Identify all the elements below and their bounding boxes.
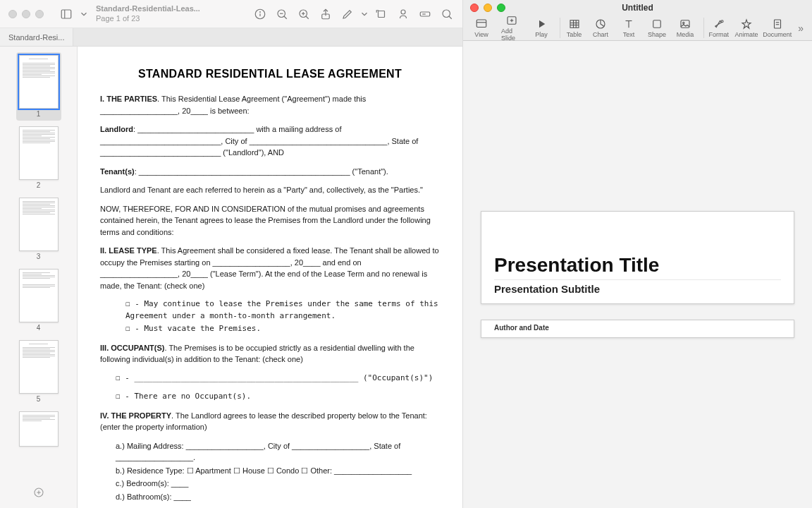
keynote-window: Untitled View Add Slide Play Table Chart… (463, 0, 812, 508)
thumbnail-page-4[interactable]: 4 (16, 266, 61, 334)
zoom-out-button[interactable] (272, 4, 292, 24)
svg-marker-27 (539, 20, 545, 28)
highlight-button[interactable] (393, 4, 413, 24)
info-button[interactable] (250, 4, 270, 24)
svg-marker-40 (742, 20, 751, 28)
thumbnail-number: 2 (37, 181, 41, 189)
zoom-in-button[interactable] (294, 4, 314, 24)
slide-author-text[interactable]: Author and Date (494, 324, 549, 332)
svg-line-18 (449, 16, 452, 19)
thumbnail-page-3[interactable]: 3 (16, 195, 61, 263)
thumbnail-number: 3 (37, 253, 41, 260)
document-button[interactable]: Document (762, 18, 792, 38)
traffic-lights-inactive (6, 10, 44, 18)
maximize-button[interactable] (35, 10, 44, 18)
thumbnail-page-1[interactable]: 1 (16, 52, 61, 121)
svg-rect-28 (570, 20, 579, 28)
traffic-lights-active (463, 4, 505, 12)
media-button[interactable]: Media (672, 18, 698, 38)
svg-line-9 (306, 16, 309, 19)
thumbnail-number: 5 (37, 395, 41, 403)
minimize-button[interactable] (22, 10, 30, 18)
document-filename: Standard-Residential-Leas... (96, 4, 202, 13)
format-button[interactable]: Format (703, 18, 730, 38)
slide-title-block[interactable]: Presentation Title Presentation Subtitle (481, 211, 794, 304)
share-button[interactable] (316, 4, 336, 24)
close-button[interactable] (470, 4, 479, 12)
maximize-button[interactable] (497, 4, 505, 12)
svg-rect-41 (774, 20, 780, 28)
preview-titlebar: Standard-Residential-Leas... Page 1 of 2… (0, 0, 462, 28)
document-body: I. THE PARTIES. This Residential Lease A… (100, 93, 440, 508)
svg-point-14 (401, 10, 405, 14)
preview-window: Standard-Residential-Leas... Page 1 of 2… (0, 0, 463, 508)
shape-button[interactable]: Shape (644, 18, 670, 38)
text-button[interactable]: Text (616, 18, 641, 38)
sidebar-toggle-button[interactable] (56, 4, 76, 24)
document-page[interactable]: STANDARD RESIDENTIAL LEASE AGREEMENT I. … (78, 47, 462, 508)
table-button[interactable]: Table (560, 18, 585, 38)
slide-canvas[interactable]: Presentation Title Presentation Subtitle… (463, 41, 812, 508)
keynote-titlebar: Untitled (463, 0, 812, 16)
thumbnail-number: 4 (37, 324, 41, 332)
toolbar-overflow-button[interactable]: » (795, 23, 806, 34)
slide-author-block[interactable]: Author and Date (481, 320, 794, 338)
svg-rect-36 (653, 20, 661, 28)
thumbnail-number: 1 (37, 110, 41, 118)
markup-button[interactable] (338, 4, 357, 24)
svg-rect-37 (681, 20, 689, 28)
thumbnail-sidebar: 1 2 3 4 5 (0, 47, 78, 508)
markup-menu-chevron[interactable] (359, 4, 369, 24)
svg-point-4 (260, 11, 261, 12)
svg-point-17 (443, 10, 450, 18)
document-page-indicator: Page 1 of 23 (96, 14, 202, 23)
document-heading: STANDARD RESIDENTIAL LEASE AGREEMENT (100, 68, 440, 80)
svg-rect-22 (476, 20, 486, 28)
window-title: Untitled (622, 3, 653, 13)
search-button[interactable] (437, 4, 457, 24)
add-page-button[interactable] (27, 483, 50, 502)
form-button[interactable] (415, 4, 435, 24)
keynote-toolbar: View Add Slide Play Table Chart Text Sha… (463, 16, 812, 41)
document-tab[interactable]: Standard-Resi... (0, 28, 73, 46)
document-title-block: Standard-Residential-Leas... Page 1 of 2… (96, 4, 202, 23)
thumbnail-page-2[interactable]: 2 (16, 123, 61, 192)
svg-line-6 (284, 16, 287, 19)
view-button[interactable]: View (469, 18, 494, 38)
rotate-button[interactable] (371, 4, 391, 24)
svg-rect-13 (379, 11, 385, 17)
close-button[interactable] (8, 10, 17, 18)
thumbnail-page-5[interactable]: 5 (16, 337, 61, 406)
thumbnail-page-6[interactable] (16, 409, 61, 449)
play-button[interactable]: Play (529, 18, 554, 38)
svg-rect-0 (61, 10, 71, 18)
svg-point-38 (683, 22, 684, 23)
svg-point-39 (721, 20, 723, 23)
sidebar-menu-chevron[interactable] (79, 4, 89, 24)
slide-title-text[interactable]: Presentation Title (494, 254, 781, 277)
chart-button[interactable]: Chart (588, 18, 613, 38)
minimize-button[interactable] (484, 4, 492, 12)
tab-bar: Standard-Resi... (0, 28, 462, 47)
add-slide-button[interactable]: Add Slide (497, 14, 526, 42)
animate-button[interactable]: Animate (733, 18, 759, 38)
slide-subtitle-text[interactable]: Presentation Subtitle (494, 279, 781, 295)
